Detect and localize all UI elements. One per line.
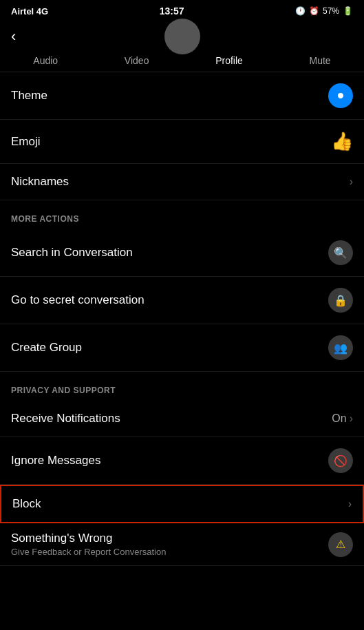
notifications-right: On › [332,412,353,425]
search-conversation-item[interactable]: Search in Conversation 🔍 [0,229,364,277]
emoji-icon: 👍 [331,131,353,152]
header: ‹ [0,22,364,48]
avatar [164,19,200,54]
nicknames-item[interactable]: Nicknames › [0,164,364,200]
notifications-label: Receive Notifications [11,412,120,426]
create-group-item[interactable]: Create Group 👥 [0,324,364,372]
notifications-on-text: On [332,412,346,425]
ignore-icon: 🚫 [328,448,353,473]
secret-conversation-item[interactable]: Go to secret conversation 🔒 [0,277,364,324]
more-actions-header: MORE ACTIONS [0,200,364,229]
theme-icon [328,83,353,108]
emoji-label: Emoji [11,135,41,149]
secret-conversation-label: Go to secret conversation [11,293,144,307]
somethings-wrong-title: Something's Wrong [11,532,166,545]
notifications-item[interactable]: Receive Notifications On › [0,401,364,437]
tab-mute[interactable]: Mute [304,52,336,69]
back-button[interactable]: ‹ [11,28,16,45]
create-group-label: Create Group [11,341,82,355]
warning-icon: ⚠ [328,532,353,557]
group-icon: 👥 [328,335,353,360]
somethings-wrong-subtitle: Give Feedback or Report Conversation [11,547,166,557]
clock-icon: 🕐 [295,6,306,16]
lock-icon: 🔒 [328,288,353,313]
ignore-messages-item[interactable]: Ignore Messages 🚫 [0,437,364,485]
theme-label: Theme [11,89,47,103]
block-item[interactable]: Block › [0,485,364,523]
nicknames-chevron-icon: › [350,176,353,188]
search-icon: 🔍 [328,240,353,265]
carrier-text: Airtel 4G [11,6,48,17]
ignore-messages-label: Ignore Messages [11,454,100,468]
privacy-support-header: PRIVACY AND SUPPORT [0,372,364,401]
somethings-wrong-item[interactable]: Something's Wrong Give Feedback or Repor… [0,523,364,566]
battery-icon: 🔋 [343,6,353,16]
search-conversation-label: Search in Conversation [11,246,133,260]
block-label: Block [12,497,41,511]
alarm-icon: ⏰ [309,6,319,16]
somethings-wrong-text-group: Something's Wrong Give Feedback or Repor… [11,532,166,557]
emoji-item[interactable]: Emoji 👍 [0,120,364,164]
tab-profile[interactable]: Profile [210,52,248,69]
theme-item[interactable]: Theme [0,72,364,120]
avatar-container [164,19,200,54]
tab-audio[interactable]: Audio [28,52,63,69]
nicknames-label: Nicknames [11,175,69,189]
battery-area: 🕐 ⏰ 57% 🔋 [295,6,353,16]
block-chevron-icon: › [348,498,352,510]
battery-text: 57% [323,6,339,16]
notifications-chevron-icon: › [350,412,353,425]
tab-video[interactable]: Video [119,52,155,69]
time-text: 13:57 [160,6,184,17]
